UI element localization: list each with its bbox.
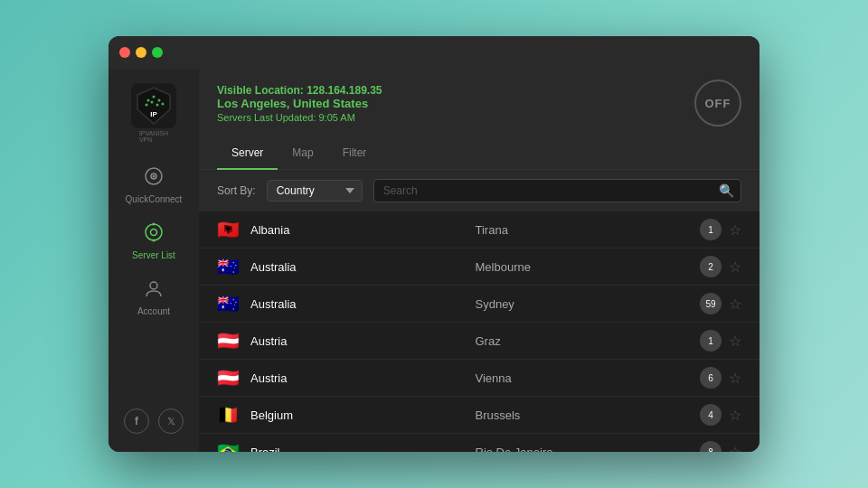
table-row[interactable]: 🇦🇺 Australia Melbourne 2 ☆ bbox=[199, 249, 760, 286]
app-window: IP IPVANISHVPN QuickConnect bbox=[108, 36, 760, 452]
server-count: 2 bbox=[700, 256, 722, 277]
svg-point-15 bbox=[153, 239, 156, 242]
svg-point-5 bbox=[151, 101, 154, 104]
quickconnect-icon bbox=[144, 166, 164, 191]
sort-by-label: Sort By: bbox=[217, 184, 256, 197]
country-name: Australia bbox=[250, 297, 476, 311]
city-name: Sydney bbox=[476, 297, 701, 311]
country-name: Albania bbox=[250, 223, 476, 237]
table-row[interactable]: 🇧🇷 Brazil Rio De Janeiro 8 ☆ bbox=[199, 434, 760, 452]
server-count: 8 bbox=[700, 441, 722, 452]
flag-icon: 🇦🇱 bbox=[217, 219, 240, 240]
svg-point-3 bbox=[158, 99, 161, 102]
city-name: Vienna bbox=[476, 371, 701, 385]
logo-area: IP IPVANISHVPN bbox=[131, 78, 176, 148]
sidebar-item-serverlist[interactable]: Server List bbox=[108, 213, 199, 269]
server-count: 59 bbox=[700, 293, 722, 314]
traffic-lights bbox=[119, 47, 163, 58]
main-content: IP IPVANISHVPN QuickConnect bbox=[108, 69, 760, 452]
svg-point-16 bbox=[150, 282, 157, 289]
visible-location: Visible Location: 128.164.189.35 bbox=[217, 84, 382, 97]
server-count: 1 bbox=[700, 219, 722, 240]
sidebar-item-account[interactable]: Account bbox=[108, 269, 199, 325]
right-panel: Visible Location: 128.164.189.35 Los Ang… bbox=[199, 69, 760, 452]
svg-point-2 bbox=[153, 96, 156, 99]
svg-point-11 bbox=[153, 175, 156, 178]
flag-icon: 🇦🇺 bbox=[217, 256, 240, 277]
sort-select[interactable]: Country City Ping Server Load bbox=[267, 180, 363, 202]
city-name: Brussels bbox=[476, 408, 701, 422]
minimize-button[interactable] bbox=[136, 47, 146, 58]
city-name: Rio De Janeiro bbox=[476, 446, 701, 453]
favorite-button[interactable]: ☆ bbox=[729, 296, 741, 313]
flag-icon: 🇧🇪 bbox=[217, 404, 240, 426]
flag-icon: 🇦🇹 bbox=[217, 367, 240, 389]
server-list: 🇦🇱 Albania Tirana 1 ☆ 🇦🇺 Australia Melbo… bbox=[199, 211, 760, 452]
country-name: Austria bbox=[250, 334, 476, 348]
server-count: 1 bbox=[700, 330, 722, 352]
table-row[interactable]: 🇦🇱 Albania Tirana 1 ☆ bbox=[199, 211, 760, 249]
svg-point-14 bbox=[153, 223, 156, 226]
svg-point-13 bbox=[151, 230, 157, 236]
table-row[interactable]: 🇦🇺 Australia Sydney 59 ☆ bbox=[199, 286, 760, 323]
svg-point-6 bbox=[156, 104, 159, 107]
social-links: f 𝕏 bbox=[115, 399, 193, 443]
sidebar-item-quickconnect[interactable]: QuickConnect bbox=[108, 157, 199, 213]
titlebar bbox=[108, 36, 760, 69]
svg-text:IP: IP bbox=[150, 110, 157, 118]
tab-map[interactable]: Map bbox=[278, 137, 327, 170]
location-name: Los Angeles, United States bbox=[217, 97, 382, 110]
country-name: Brazil bbox=[250, 446, 476, 453]
tabs-bar: Server Map Filter bbox=[199, 137, 760, 170]
city-name: Tirana bbox=[476, 223, 701, 237]
tab-filter[interactable]: Filter bbox=[328, 137, 382, 170]
svg-point-12 bbox=[146, 224, 162, 240]
favorite-button[interactable]: ☆ bbox=[729, 444, 741, 453]
svg-marker-0 bbox=[137, 88, 170, 124]
svg-point-1 bbox=[147, 99, 150, 102]
table-row[interactable]: 🇧🇪 Belgium Brussels 4 ☆ bbox=[199, 397, 760, 434]
table-row[interactable]: 🇦🇹 Austria Graz 1 ☆ bbox=[199, 323, 760, 360]
favorite-button[interactable]: ☆ bbox=[729, 258, 741, 276]
favorite-button[interactable]: ☆ bbox=[729, 370, 741, 387]
search-wrapper: 🔍 bbox=[373, 179, 741, 202]
power-button[interactable]: OFF bbox=[694, 80, 741, 127]
svg-point-7 bbox=[162, 103, 165, 106]
svg-point-4 bbox=[146, 104, 148, 107]
maximize-button[interactable] bbox=[152, 47, 163, 58]
account-label: Account bbox=[137, 306, 170, 316]
serverlist-label: Server List bbox=[132, 250, 175, 260]
sidebar: IP IPVANISHVPN QuickConnect bbox=[108, 69, 199, 452]
city-name: Graz bbox=[476, 334, 701, 348]
facebook-button[interactable]: f bbox=[124, 408, 149, 434]
tab-server[interactable]: Server bbox=[217, 137, 278, 170]
country-name: Belgium bbox=[250, 408, 476, 422]
country-name: Austria bbox=[250, 371, 476, 385]
header-info: Visible Location: 128.164.189.35 Los Ang… bbox=[217, 84, 382, 123]
quickconnect-label: QuickConnect bbox=[126, 194, 183, 204]
server-count: 6 bbox=[700, 367, 722, 389]
header: Visible Location: 128.164.189.35 Los Ang… bbox=[199, 69, 760, 137]
search-input[interactable] bbox=[373, 179, 741, 202]
twitter-button[interactable]: 𝕏 bbox=[158, 408, 184, 434]
logo-subtitle: IPVANISHVPN bbox=[139, 130, 168, 143]
search-icon[interactable]: 🔍 bbox=[719, 183, 734, 198]
favorite-button[interactable]: ☆ bbox=[729, 407, 741, 424]
server-count: 4 bbox=[700, 404, 722, 426]
servers-updated: Servers Last Updated: 9:05 AM bbox=[217, 112, 382, 123]
city-name: Melbourne bbox=[476, 260, 701, 274]
country-name: Australia bbox=[250, 260, 476, 274]
twitter-icon: 𝕏 bbox=[167, 416, 175, 427]
account-icon bbox=[144, 278, 164, 303]
flag-icon: 🇦🇹 bbox=[217, 330, 240, 352]
close-button[interactable] bbox=[119, 47, 130, 58]
table-row[interactable]: 🇦🇹 Austria Vienna 6 ☆ bbox=[199, 360, 760, 397]
logo-icon: IP bbox=[131, 83, 176, 128]
flag-icon: 🇧🇷 bbox=[217, 441, 240, 452]
favorite-button[interactable]: ☆ bbox=[729, 333, 741, 350]
logo-svg: IP bbox=[132, 84, 175, 127]
favorite-button[interactable]: ☆ bbox=[729, 221, 741, 239]
flag-icon: 🇦🇺 bbox=[217, 293, 240, 314]
serverlist-icon bbox=[144, 222, 164, 247]
toolbar: Sort By: Country City Ping Server Load 🔍 bbox=[199, 170, 760, 211]
